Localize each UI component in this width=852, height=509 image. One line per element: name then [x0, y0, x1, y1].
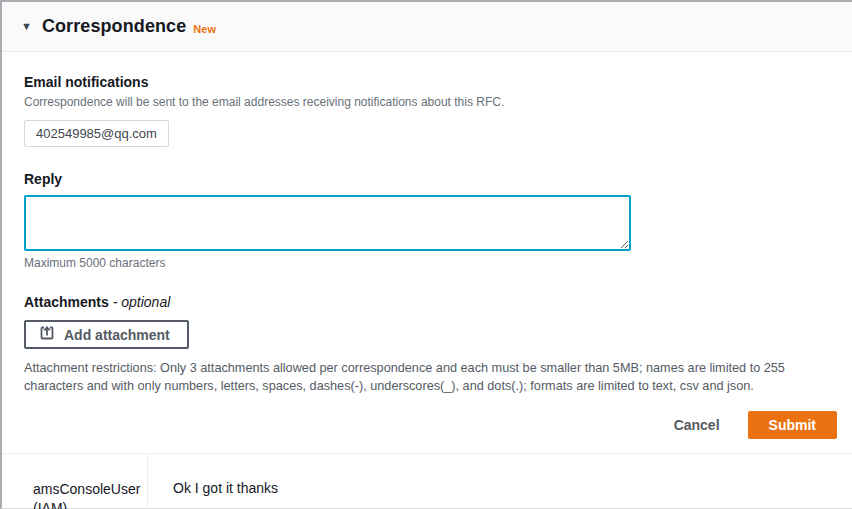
- reply-hint: Maximum 5000 characters: [24, 256, 837, 270]
- reply-field: Reply Maximum 5000 characters: [24, 170, 837, 270]
- reply-label: Reply: [24, 170, 837, 188]
- reply-textarea[interactable]: [24, 195, 631, 251]
- form-actions: Cancel Submit: [24, 411, 837, 439]
- attachments-optional-text: - optional: [113, 294, 171, 310]
- attachments-label: Attachments - optional: [24, 293, 837, 311]
- add-attachment-button[interactable]: Add attachment: [24, 320, 189, 349]
- history-message: Ok I got it thanks: [173, 479, 832, 498]
- cancel-button[interactable]: Cancel: [672, 413, 722, 437]
- history-author: amsConsoleUser (IAM): [33, 480, 139, 509]
- attachment-restrictions: Attachment restrictions: Only 3 attachme…: [24, 360, 837, 395]
- attachments-label-text: Attachments: [24, 294, 109, 310]
- history-author-cell: amsConsoleUser (IAM) 17 hours ago: [2, 454, 148, 509]
- attachments-field: Attachments - optional Add attachment At…: [24, 293, 837, 395]
- correspondence-history-item: amsConsoleUser (IAM) 17 hours ago Ok I g…: [2, 454, 852, 509]
- caret-down-icon: ▼: [21, 21, 32, 32]
- email-notifications-label: Email notifications: [24, 73, 837, 91]
- email-notifications-description: Correspondence will be sent to the email…: [24, 94, 837, 111]
- history-message-cell: Ok I got it thanks Attachments: testTxt_…: [148, 454, 852, 509]
- section-title: Correspondence: [42, 16, 186, 37]
- new-badge: New: [193, 19, 216, 35]
- correspondence-form: Email notifications Correspondence will …: [2, 52, 852, 439]
- correspondence-panel: ▼ Correspondence New Email notifications…: [0, 0, 852, 509]
- upload-icon: [39, 325, 55, 344]
- add-attachment-label: Add attachment: [64, 327, 170, 343]
- section-header-correspondence[interactable]: ▼ Correspondence New: [2, 2, 852, 52]
- email-notifications-field: Email notifications Correspondence will …: [24, 73, 837, 147]
- email-address-chip: 402549985@qq.com: [24, 120, 169, 147]
- submit-button[interactable]: Submit: [748, 411, 837, 439]
